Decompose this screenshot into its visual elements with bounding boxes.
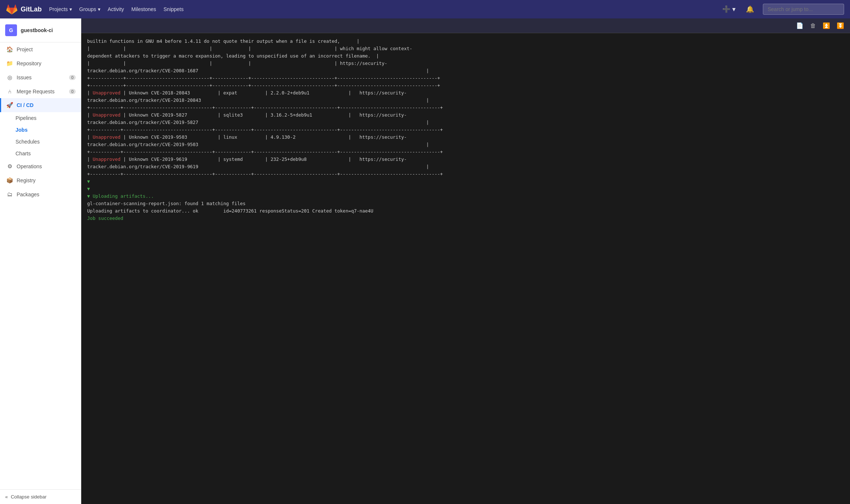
project-name: guestbook-ci [21,27,53,33]
terminal-content: builtin functions in GNU m4 before 1.4.1… [87,38,844,222]
sidebar-item-charts[interactable]: Charts [16,148,81,159]
sidebar-item-registry[interactable]: 📦 Registry [0,173,81,187]
scroll-top-icon[interactable]: ⏫ [821,21,832,31]
notification-icon[interactable]: 🔔 [744,4,755,15]
main-layout: G guestbook-ci 🏠 Project 📁 Repository ◎ … [0,18,850,504]
terminal-output[interactable]: builtin functions in GNU m4 before 1.4.1… [81,33,850,504]
sidebar-item-pipelines[interactable]: Pipelines [16,112,81,124]
nav-projects[interactable]: Projects ▾ [49,6,72,12]
sidebar-item-operations[interactable]: ⚙ Operations [0,159,81,173]
sidebar-item-repository[interactable]: 📁 Repository [0,56,81,70]
operations-icon: ⚙ [6,163,13,170]
nav-milestones[interactable]: Milestones [131,6,156,12]
sidebar-item-jobs[interactable]: Jobs [16,124,81,136]
mr-badge: 0 [69,89,76,94]
cicd-icon: 🚀 [6,102,13,108]
project-header[interactable]: G guestbook-ci [0,18,81,42]
issues-icon: ◎ [6,74,13,81]
repo-icon: 📁 [6,60,13,67]
terminal-toolbar: 📄 🗑 ⏫ ⏬ [81,18,850,33]
gitlab-logo[interactable]: GitLab [6,3,42,15]
sidebar-item-schedules[interactable]: Schedules [16,136,81,148]
registry-icon: 📦 [6,177,13,184]
nav-snippets[interactable]: Snippets [164,6,184,12]
home-icon: 🏠 [6,46,13,53]
packages-icon: 🗂 [6,191,13,197]
sidebar-item-cicd[interactable]: 🚀 CI / CD [0,98,81,112]
nav-activity[interactable]: Activity [108,6,124,12]
nav-groups[interactable]: Groups ▾ [79,6,100,12]
plus-icon[interactable]: ➕ ▾ [721,4,737,15]
sidebar-item-project[interactable]: 🏠 Project [0,42,81,56]
gitlab-text: GitLab [21,6,42,13]
sidebar: G guestbook-ci 🏠 Project 📁 Repository ◎ … [0,18,81,504]
content-area: 📄 🗑 ⏫ ⏬ builtin functions in GNU m4 befo… [81,18,850,504]
issues-badge: 0 [69,75,76,80]
collapse-sidebar-button[interactable]: « Collapse sidebar [0,489,81,504]
cicd-submenu: Pipelines Jobs Schedules Charts [0,112,81,159]
collapse-icon: « [5,494,8,500]
project-avatar: G [5,24,17,36]
sidebar-item-packages[interactable]: 🗂 Packages [0,187,81,201]
trash-icon[interactable]: 🗑 [809,21,818,31]
top-nav: GitLab Projects ▾ Groups ▾ Activity Mile… [0,0,850,18]
sidebar-item-merge-requests[interactable]: ⑃ Merge Requests 0 [0,84,81,98]
merge-icon: ⑃ [6,88,13,94]
scroll-bottom-icon[interactable]: ⏬ [835,21,846,31]
sidebar-nav: 🏠 Project 📁 Repository ◎ Issues 0 ⑃ Merg… [0,42,81,489]
sidebar-item-issues[interactable]: ◎ Issues 0 [0,70,81,84]
search-input[interactable] [763,4,844,15]
file-icon[interactable]: 📄 [795,21,805,31]
